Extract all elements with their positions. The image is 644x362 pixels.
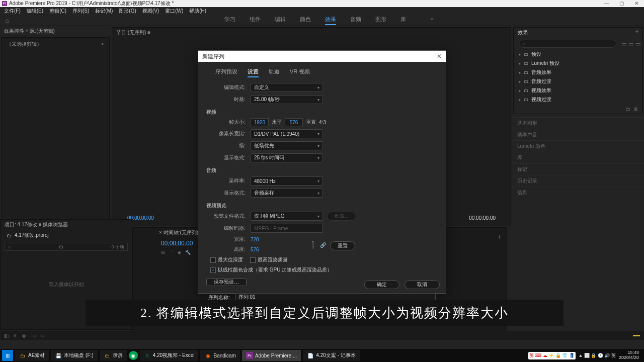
menu-help[interactable]: 帮助(H) (186, 7, 209, 15)
taskbar-premiere[interactable]: PrAdobe Premiere ... (242, 350, 301, 361)
effects-folder-lumetri[interactable]: ▸🗀Lumetri 预设 (517, 59, 639, 68)
taskbar-notepad[interactable]: 📄4.20文案 - 记事本 (303, 350, 359, 361)
strip-icon[interactable]: ◉ (22, 333, 26, 338)
maximize-button[interactable]: ▢ (614, 0, 629, 7)
dialog-close-icon[interactable]: ✕ (437, 53, 442, 60)
panel-libraries[interactable]: 库 (512, 152, 644, 163)
timebase-dropdown[interactable]: 25.00 帧/秒▾ (251, 95, 323, 104)
frame-height-input[interactable]: 576 (285, 118, 303, 126)
strip-icon[interactable]: ◧ (4, 333, 9, 338)
save-preset-button[interactable]: 保存预设… (206, 278, 247, 286)
linear-color-checkbox[interactable]: ✓以线性颜色合成（要求 GPU 加速或最高渲染品质） (210, 266, 332, 274)
width-value[interactable]: 720 (251, 237, 259, 242)
taskbar-bandicam[interactable]: ◉Bandicam (200, 350, 239, 361)
taskbar-disk[interactable]: 💾本地磁盘 (F:) (51, 350, 97, 361)
strip-icon[interactable]: ▭ (31, 333, 36, 338)
edit-mode-dropdown[interactable]: 自定义▾ (251, 83, 323, 92)
preset-icon-2[interactable]: ▭ (628, 41, 633, 47)
max-depth-checkbox[interactable]: 最大位深度 (210, 256, 243, 263)
tab-tracks[interactable]: 轨道 (269, 68, 280, 77)
project-file-row[interactable]: 🗀4.17修改.prproj (1, 230, 132, 241)
effects-search[interactable]: ⌕ (519, 40, 616, 48)
workspace-bar: ⌂ 学习 组件 编辑 颜色 效果 音频 图形 库 » (0, 15, 644, 26)
effect-controls-tab[interactable]: 效果控件 ≡ 源:(无剪辑) (0, 26, 111, 36)
trash-icon[interactable]: 🗑 (633, 106, 638, 112)
ws-effects[interactable]: 效果 (325, 16, 336, 25)
panel-markers[interactable]: 标记 (512, 163, 644, 175)
edit-mode-label: 编辑模式: (206, 84, 251, 91)
fields-dropdown[interactable]: 低场优先▾ (251, 141, 323, 150)
ws-graphics[interactable]: 图形 (375, 16, 386, 25)
panel-history[interactable]: 历史记录 (512, 175, 644, 187)
wrench-icon[interactable]: 🔧 (185, 250, 191, 256)
reset-button[interactable]: 重置 (330, 241, 355, 250)
cancel-button[interactable]: 取消 (405, 280, 440, 289)
menu-edit[interactable]: 编辑(E) (24, 7, 46, 15)
project-tabs[interactable]: 项目: 4.17修改 ≡ 媒体浏览器 (1, 220, 132, 230)
menu-sequence[interactable]: 序列(S) (69, 7, 92, 15)
close-button[interactable]: ✕ (629, 0, 644, 7)
marker-icon[interactable]: ◆ (178, 250, 181, 256)
new-bin-icon[interactable]: 🗀 (625, 106, 630, 112)
project-search[interactable]: ⌕🗀0 个项 (5, 243, 128, 251)
tab-presets[interactable]: 序列预设 (215, 68, 237, 77)
par-dropdown[interactable]: D1/DV PAL (1.0940)▾ (251, 129, 323, 138)
ws-editing[interactable]: 编辑 (275, 16, 286, 25)
ime-indicator[interactable]: 英 ⌨ ☁ ⚡ 🔒 👕 👖 (528, 352, 576, 359)
strip-icon[interactable]: ≡ (14, 333, 17, 338)
max-quality-checkbox[interactable]: 最高渲染质量 (250, 256, 288, 263)
frame-width-input[interactable]: 1920 (251, 118, 269, 126)
menu-marker[interactable]: 标记(M) (92, 7, 116, 15)
effects-tab[interactable]: 效果≡ (514, 28, 642, 38)
menu-clip[interactable]: 剪辑(C) (46, 7, 69, 15)
snap-icon[interactable]: ⊞ (161, 250, 165, 256)
ws-more-icon[interactable]: » (430, 16, 433, 25)
effects-folder-audio-fx[interactable]: ▸🗀音频效果 (517, 68, 639, 77)
preview-fmt-dropdown[interactable]: 仅 I 帧 MPEG▾ (251, 212, 323, 221)
dialog-titlebar[interactable]: 新建序列 ✕ (198, 51, 446, 62)
sample-rate-label: 采样率: (206, 177, 251, 185)
menu-view[interactable]: 视图(V) (139, 7, 162, 15)
effects-folder-audio-trans[interactable]: ▸🗀音频过渡 (517, 77, 639, 86)
panel-info[interactable]: 信息 (512, 187, 644, 198)
minimize-button[interactable]: — (599, 0, 614, 7)
taskbar-ae[interactable]: 🗀AE素材 (15, 350, 49, 361)
menu-graphics[interactable]: 图形(G) (116, 7, 139, 15)
preset-icon-1[interactable]: ▭ (621, 41, 626, 47)
sample-rate-dropdown[interactable]: 48000 Hz▾ (251, 176, 323, 186)
panel-essential-sound[interactable]: 基本声音 (512, 129, 644, 140)
start-button[interactable]: ⊞ (2, 350, 13, 361)
taskbar-record[interactable]: 🗀录屏 (100, 350, 127, 361)
add-button-icon[interactable]: + (498, 233, 502, 241)
tray-clock[interactable]: 15:48 2020/4/20 (619, 350, 639, 360)
display-fmt-v-dropdown[interactable]: 25 fps 时间码▾ (251, 153, 323, 162)
ws-learn[interactable]: 学习 (224, 16, 235, 25)
link-chain-icon[interactable]: 🔗 (320, 242, 326, 248)
effects-folder-presets[interactable]: ▸🗀预设 (517, 50, 639, 59)
taskbar-wechat-icon[interactable]: ◉ (129, 351, 138, 360)
home-icon[interactable]: ⌂ (0, 17, 14, 24)
taskbar-excel[interactable]: X4.20视频邓 - Excel (140, 350, 199, 361)
ws-audio[interactable]: 音频 (350, 16, 361, 25)
program-tab[interactable]: 节目:(无序列) ≡ (112, 28, 511, 38)
effects-folder-video-fx[interactable]: ▸🗀视频效果 (517, 86, 639, 95)
tray-icons[interactable]: ▲ ⬜ 🔒 🕐 🔊 英 (579, 352, 616, 359)
ws-color[interactable]: 颜色 (300, 16, 311, 25)
project-file-icon: 🗀 (7, 233, 12, 238)
panel-essential-graphics[interactable]: 基本图形 (512, 117, 644, 129)
display-fmt-a-dropdown[interactable]: 音频采样▾ (251, 189, 323, 198)
effects-folder-video-trans[interactable]: ▸🗀视频过渡 (517, 95, 639, 104)
tab-vr[interactable]: VR 视频 (290, 68, 310, 77)
height-value[interactable]: 576 (251, 247, 259, 252)
menu-file[interactable]: 文件(F) (1, 7, 24, 15)
preset-icon-3[interactable]: ▭ (635, 41, 640, 47)
strip-icon[interactable]: ▭ (41, 333, 45, 338)
ws-assembly[interactable]: 组件 (250, 16, 261, 25)
import-hint[interactable]: 导入媒体以开始 (1, 281, 132, 288)
link-icon[interactable]: ⌒ (169, 250, 174, 256)
tab-settings[interactable]: 设置 (248, 68, 259, 77)
menu-window[interactable]: 窗口(W) (162, 7, 186, 15)
ws-libraries[interactable]: 库 (400, 16, 406, 25)
ok-button[interactable]: 确定 (364, 280, 399, 289)
panel-lumetri-color[interactable]: Lumetri 颜色 (512, 140, 644, 152)
